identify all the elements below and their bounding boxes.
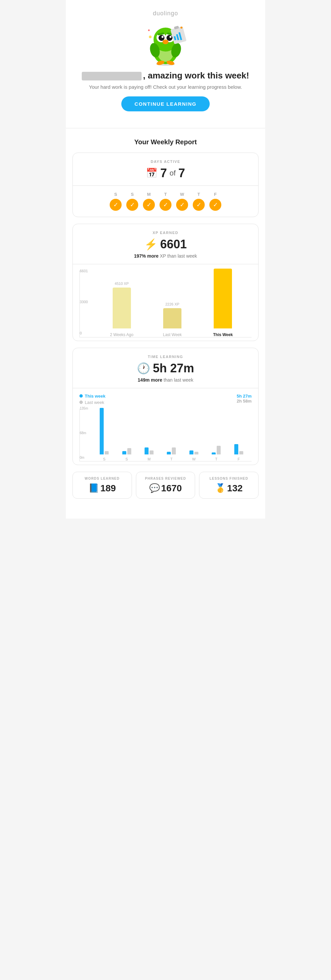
time-header: TIME LEARNING 🕐 5h 27m 149m more than la… [73,348,258,388]
time-bar-group: M [138,447,160,461]
time-day-label: F [238,457,240,461]
time-bars [145,447,154,455]
this-week-legend: This week [80,394,105,399]
username-blurred [82,72,142,80]
time-bars [234,444,243,455]
mascot-icon [142,20,189,67]
legend-left: This week Last week [80,394,105,405]
greeting-title: , amazing work this week! [79,70,252,81]
days-row: S ✓ S ✓ M ✓ T ✓ W ✓ T ✓ F ✓ [73,186,258,217]
bar-xp-label: 4510 XP [115,282,129,286]
time-card: TIME LEARNING 🕐 5h 27m 149m more than la… [72,348,259,465]
calendar-icon: 📅 [146,167,158,178]
day-column: F ✓ [209,192,221,211]
svg-point-23 [180,27,183,29]
svg-point-24 [148,30,150,31]
time-day-label: M [148,457,151,461]
bar-group: This Week [198,267,248,337]
day-check: ✓ [110,199,122,211]
legend-right: 5h 27m 2h 58m [237,394,251,405]
mascot-area [72,20,259,67]
time-bars [189,450,198,455]
time-bar-group: T [160,447,183,461]
days-active-value: 📅 7 of 7 [80,166,251,180]
this-week-value: 5h 27m [237,394,251,399]
time-y-axis: 135m68m0m [80,408,88,461]
time-bar-group: S [93,408,115,461]
time-bar-this-week [145,447,148,455]
time-bar-this-week [234,444,238,455]
time-bar-this-week [122,451,126,455]
xp-card: XP EARNED ⚡ 6601 197% more XP than last … [72,224,259,341]
xp-comparison-bold: 197% more [134,253,159,259]
last-week-legend: Last week [80,400,105,405]
xp-bar-chart: 660133000 4510 XP 2 Weeks Ago 2226 XP La… [80,271,251,337]
continue-learning-button[interactable]: CONTINUE LEARNING [121,96,210,111]
stat-icon: 📘 [88,483,99,493]
time-y-label: 0m [80,456,88,460]
day-check: ✓ [176,199,188,211]
bar-xp-label: 2226 XP [165,302,179,306]
stat-number: 132 [227,483,243,494]
days-of: of [169,169,175,178]
email-container: duolingo [66,0,265,519]
days-total: 7 [178,166,185,180]
day-label: T [164,192,167,197]
stat-label: PHRASES REVIEWED [140,477,192,480]
stat-value: 📘 189 [76,483,128,494]
last-week-value: 2h 58m [237,399,251,404]
day-label: W [180,192,184,197]
logo: duolingo [72,10,259,17]
time-bar-last-week [105,451,109,455]
days-active-card: DAYS ACTIVE 📅 7 of 7 S ✓ S ✓ M ✓ T ✓ W ✓… [72,153,259,217]
time-day-label: T [170,457,173,461]
stat-label: WORDS LEARNED [76,477,128,480]
day-column: S ✓ [110,192,122,211]
weekly-report-title: Your Weekly Report [66,138,265,146]
stat-card: WORDS LEARNED 📘 189 [72,472,132,499]
section-divider [66,128,265,128]
day-check: ✓ [209,199,221,211]
day-label: M [147,192,151,197]
time-bars [212,446,221,455]
stat-value: 🥇 132 [203,483,255,494]
time-bar-last-week [194,452,198,455]
time-bar-last-week [172,447,176,455]
day-label: S [114,192,117,197]
time-y-label: 68m [80,431,88,435]
day-label: S [131,192,134,197]
time-day-label: W [192,457,196,461]
xp-value: ⚡ 6601 [80,237,251,251]
svg-point-6 [159,35,164,41]
time-bar-this-week [189,450,193,455]
time-bar-group: S [115,448,138,461]
this-week-dot [80,394,83,398]
time-bar-last-week [127,448,131,455]
time-number: 5h 27m [153,361,194,375]
stat-card: PHRASES REVIEWED 💬 1670 [136,472,196,499]
day-column: T ✓ [193,192,205,211]
day-check: ✓ [126,199,138,211]
lightning-icon: ⚡ [144,238,158,251]
day-label: T [197,192,200,197]
xp-label: XP EARNED [80,231,251,235]
y-axis: 660133000 [80,271,88,337]
time-bars [100,408,109,455]
day-check: ✓ [143,199,155,211]
xp-chart-area: 660133000 4510 XP 2 Weeks Ago 2226 XP La… [73,264,258,341]
time-bar-this-week [100,408,104,455]
stat-number: 189 [100,483,116,494]
time-bar-last-week [217,446,221,455]
header: duolingo [66,0,265,128]
day-check: ✓ [159,199,172,211]
clock-icon: 🕐 [137,362,150,375]
y-axis-label: 6601 [80,269,88,273]
time-bar-this-week [212,452,216,455]
time-day-label: T [215,457,217,461]
time-bar-this-week [167,452,171,455]
last-week-label: Last week [85,400,104,405]
xp-bar [163,308,181,328]
stat-value: 💬 1670 [140,483,192,494]
svg-point-9 [169,36,172,38]
legend-row: This week Last week 5h 27m 2h 58m [80,394,251,405]
